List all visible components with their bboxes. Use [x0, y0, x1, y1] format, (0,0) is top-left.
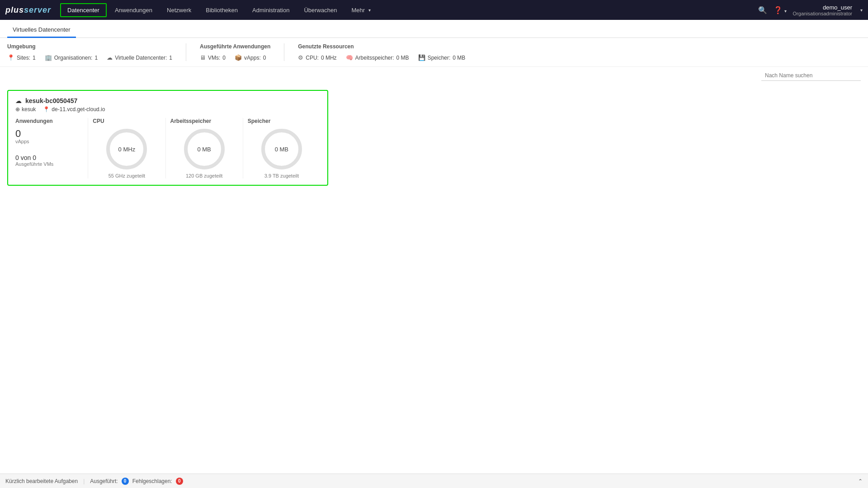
stat-vms-value: 0 — [222, 55, 226, 61]
datacenter-card[interactable]: ☁ kesuk-bc0050457 ⊕ kesuk 📍 de-11.vcd.ge… — [7, 90, 328, 186]
metric-arbeitsspeicher-title: Arbeitsspeicher — [170, 118, 238, 124]
stat-cpu-value: 0 MHz — [321, 55, 337, 61]
stat-vms: 🖥 VMs: 0 — [200, 54, 226, 61]
card-org: ⊕ kesuk — [15, 106, 36, 113]
cloud-icon: ☁ — [107, 54, 113, 61]
stats-ressourcen-items: ⚙ CPU: 0 MHz 🧠 Arbeitsspeicher: 0 MB 💾 S… — [298, 54, 465, 61]
stat-organisationen: 🏢 Organisationen: 1 — [45, 54, 98, 61]
card-header: ☁ kesuk-bc0050457 — [15, 97, 320, 104]
stats-umgebung-title: Umgebung — [7, 43, 172, 50]
card-meta: ⊕ kesuk 📍 de-11.vcd.get-cloud.io — [15, 106, 320, 113]
ram-icon: 🧠 — [346, 54, 353, 61]
pin-icon: 📍 — [7, 54, 14, 61]
stats-anwendungen: Ausgeführte Anwendungen 🖥 VMs: 0 📦 vApps… — [200, 43, 284, 61]
cpu-allocated: 55 GHz zugeteilt — [108, 173, 145, 178]
nav-item-administration[interactable]: Administration — [246, 4, 296, 16]
stats-bar: Umgebung 📍 Sites: 1 🏢 Organisationen: 1 … — [0, 38, 868, 67]
cpu-icon: ⚙ — [298, 54, 303, 61]
storage-gauge-container: 0 MB 3.9 TB zugeteilt — [248, 129, 316, 178]
failed-label: Fehlgeschlagen: — [132, 478, 172, 484]
metric-arbeitsspeicher: Arbeitsspeicher 0 MB 120 GB zugeteilt — [166, 118, 243, 178]
storage-icon: 💾 — [418, 54, 425, 61]
stat-virtuelle-dc: ☁ Virtuelle Datencenter: 1 — [107, 54, 172, 61]
stat-org-value: 1 — [94, 55, 98, 61]
nav-item-datencenter[interactable]: Datencenter — [60, 3, 107, 17]
stat-ram-label: Arbeitsspeicher: — [355, 55, 394, 61]
failed-badge: 0 — [176, 478, 183, 485]
metric-cpu-title: CPU — [93, 118, 160, 124]
metric-speicher-title: Speicher — [248, 118, 316, 124]
executed-label: Ausgeführt: — [90, 478, 118, 484]
metric-apps: 0 vApps 0 von 0 Ausgeführte VMs — [15, 129, 83, 167]
recently-label: Kürzlich bearbeitete Aufgaben — [5, 478, 78, 484]
card-endpoint: 📍 de-11.vcd.get-cloud.io — [43, 106, 105, 113]
stat-sites: 📍 Sites: 1 — [7, 54, 36, 61]
stats-umgebung-items: 📍 Sites: 1 🏢 Organisationen: 1 ☁ Virtuel… — [7, 54, 172, 61]
tab-virtuelles-datencenter[interactable]: Virtuelles Datencenter — [7, 23, 76, 38]
stats-anwendungen-items: 🖥 VMs: 0 📦 vApps: 0 — [200, 54, 270, 61]
user-chevron-down-icon: ▾ — [860, 8, 863, 13]
nav-item-bibliotheken[interactable]: Bibliotheken — [199, 4, 244, 16]
metric-anwendungen: Anwendungen 0 vApps 0 von 0 Ausgeführte … — [15, 118, 88, 178]
storage-gauge: 0 MB — [261, 129, 302, 169]
vms-count: 0 von 0 — [15, 154, 83, 161]
vm-icon: 🖥 — [200, 54, 206, 61]
metric-speicher: Speicher 0 MB 3.9 TB zugeteilt — [243, 118, 320, 178]
stat-storage-value: 0 MB — [453, 55, 465, 61]
storage-allocated: 3.9 TB zugeteilt — [264, 173, 299, 178]
stats-ressourcen-title: Genutzte Ressourcen — [298, 43, 465, 50]
stat-vdc-label: Virtuelle Datencenter: — [115, 55, 167, 61]
cpu-gauge: 0 MHz — [106, 129, 147, 169]
user-role: Organisationsadministrator — [793, 11, 852, 16]
collapse-icon[interactable]: ⌃ — [858, 478, 863, 484]
card-metrics: Anwendungen 0 vApps 0 von 0 Ausgeführte … — [15, 118, 320, 178]
stat-arbeitsspeicher: 🧠 Arbeitsspeicher: 0 MB — [346, 54, 409, 61]
vapp-icon: 📦 — [235, 54, 242, 61]
stat-cpu: ⚙ CPU: 0 MHz — [298, 54, 336, 61]
help-icon[interactable]: ❓▾ — [774, 6, 787, 14]
nav-item-ueberwachen[interactable]: Überwachen — [297, 4, 343, 16]
stat-org-label: Organisationen: — [54, 55, 93, 61]
stat-vapps: 📦 vApps: 0 — [235, 54, 266, 61]
stat-sites-label: Sites: — [17, 55, 30, 61]
stat-vms-label: VMs: — [208, 55, 220, 61]
vapps-label: vApps — [15, 139, 83, 144]
cloud-icon: ☁ — [15, 97, 22, 104]
pin-icon: 📍 — [43, 106, 50, 113]
ram-allocated: 120 GB zugeteilt — [186, 173, 222, 178]
ram-gauge: 0 MB — [184, 129, 225, 169]
stats-anwendungen-title: Ausgeführte Anwendungen — [200, 43, 270, 50]
search-icon[interactable]: 🔍 — [758, 6, 767, 14]
cpu-value: 0 MHz — [118, 146, 136, 153]
topnav-right: 🔍 ❓▾ demo_user Organisationsadministrato… — [758, 4, 863, 16]
chevron-down-icon: ▾ — [368, 8, 371, 13]
org-icon: 🏢 — [45, 54, 52, 61]
secondary-navigation: Virtuelles Datencenter — [0, 20, 868, 38]
stats-umgebung: Umgebung 📍 Sites: 1 🏢 Organisationen: 1 … — [7, 43, 186, 61]
stat-vdc-value: 1 — [169, 55, 172, 61]
chevron-down-icon: ▾ — [784, 9, 787, 14]
user-menu[interactable]: demo_user Organisationsadministrator — [793, 4, 852, 16]
org-icon: ⊕ — [15, 106, 20, 113]
nav-item-netzwerk[interactable]: Netzwerk — [160, 4, 198, 16]
ram-gauge-container: 0 MB 120 GB zugeteilt — [170, 129, 238, 178]
metric-anwendungen-title: Anwendungen — [15, 118, 83, 124]
top-navigation: plusserver Datencenter Anwendungen Netzw… — [0, 0, 868, 20]
nav-item-anwendungen[interactable]: Anwendungen — [108, 4, 159, 16]
nav-items: Datencenter Anwendungen Netzwerk Bibliot… — [60, 3, 758, 17]
search-container — [0, 67, 868, 84]
divider: | — [83, 478, 85, 484]
nav-item-mehr[interactable]: Mehr ▾ — [345, 4, 377, 16]
storage-value: 0 MB — [275, 146, 288, 153]
stat-vapps-label: vApps: — [244, 55, 261, 61]
stat-ram-value: 0 MB — [396, 55, 409, 61]
ram-value: 0 MB — [197, 146, 211, 153]
search-input[interactable] — [761, 70, 861, 81]
stats-ressourcen: Genutzte Ressourcen ⚙ CPU: 0 MHz 🧠 Arbei… — [298, 43, 479, 61]
stat-cpu-label: CPU: — [306, 55, 319, 61]
username: demo_user — [793, 4, 852, 11]
vapps-count: 0 — [15, 129, 83, 139]
stat-vapps-value: 0 — [263, 55, 266, 61]
bottom-bar-right: ⌃ — [858, 478, 863, 484]
main-content: ☁ kesuk-bc0050457 ⊕ kesuk 📍 de-11.vcd.ge… — [0, 84, 868, 191]
